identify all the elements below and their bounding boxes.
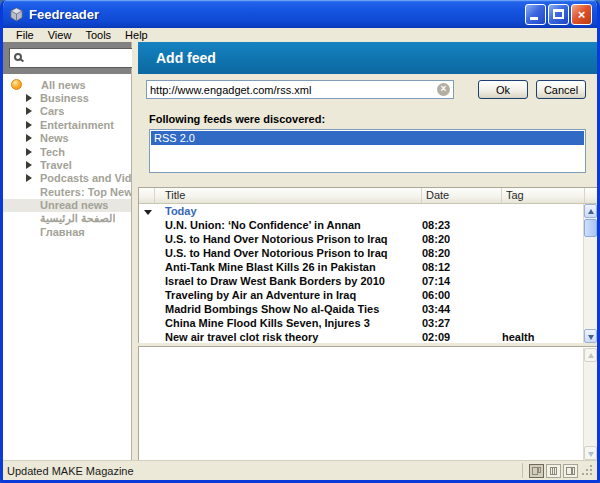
news-item-row[interactable]: New air travel clot risk theory 02:09 he… <box>139 330 597 343</box>
feed-tree-item[interactable]: Tech <box>3 145 131 158</box>
menu-item[interactable]: Tools <box>79 29 117 42</box>
news-item-row[interactable]: Israel to Draw West Bank Borders by 2010… <box>139 274 597 288</box>
arrow-down-icon <box>588 335 594 340</box>
ok-button[interactable]: Ok <box>478 80 528 99</box>
feed-url-input[interactable] <box>147 84 437 96</box>
news-item-title: Madrid Bombings Show No al-Qaida Ties <box>155 303 422 315</box>
expand-arrow-icon[interactable] <box>26 107 32 115</box>
preview-scroll-up-button[interactable] <box>584 348 597 362</box>
scroll-down-button[interactable] <box>584 329 597 343</box>
article-preview-pane <box>138 346 597 460</box>
sidebar: All news Business Cars <box>3 42 132 460</box>
group-row-today[interactable]: Today <box>139 204 597 218</box>
clear-input-icon[interactable]: × <box>437 83 450 96</box>
feed-tree-item-label: Travel <box>40 159 72 171</box>
feed-tree-item[interactable]: Travel <box>3 158 131 171</box>
scroll-up-button[interactable] <box>584 204 597 218</box>
preview-scroll-down-button[interactable] <box>584 446 597 460</box>
feed-tree-item[interactable]: Reuters: Top News <box>3 185 131 198</box>
page-title: Add feed <box>156 50 216 66</box>
news-item-tag: health <box>502 331 585 343</box>
feed-tree-item[interactable]: Unread news <box>3 199 131 212</box>
main-panel: Add feed × Ok Cancel Following feeds wer… <box>138 42 597 460</box>
view-columns-icon[interactable] <box>546 464 561 478</box>
expand-arrow-icon[interactable] <box>26 121 32 129</box>
view-combined-icon[interactable] <box>529 464 544 478</box>
minimize-button[interactable] <box>525 4 546 25</box>
menu-item[interactable]: View <box>42 29 78 42</box>
minimize-icon <box>530 17 538 20</box>
status-bar: Updated MAKE Magazine <box>3 460 597 480</box>
news-item-row[interactable]: Traveling by Air an Adventure in Iraq 06… <box>139 288 597 302</box>
expand-arrow-icon[interactable] <box>26 148 32 156</box>
resize-grip[interactable] <box>582 465 594 477</box>
feed-tree-item-label: Reuters: Top News <box>40 186 131 198</box>
news-item-date: 06:00 <box>422 289 502 301</box>
feed-tree-item-label: Podcasts and Videoc... <box>40 172 131 184</box>
page-title-bar: Add feed <box>138 42 597 74</box>
news-list-header: Title Date Tag <box>139 188 597 204</box>
feed-tree-item[interactable]: Cars <box>3 105 131 118</box>
view-newspaper-icon[interactable] <box>563 464 578 478</box>
feed-tree-item[interactable]: الصفحة الرئيسية <box>3 212 131 225</box>
feed-tree-item-label: All news <box>41 79 86 91</box>
arrow-up-icon <box>588 353 594 358</box>
feed-url-field-wrap: × <box>146 80 454 99</box>
all-news-feed-icon <box>11 79 22 90</box>
title-bar[interactable]: Feedreader × <box>3 0 597 28</box>
content-area: All news Business Cars <box>3 42 597 460</box>
collapse-group-icon[interactable] <box>144 210 152 215</box>
column-header-title[interactable]: Title <box>155 188 422 203</box>
feed-tree-item-label: الصفحة الرئيسية <box>40 212 115 225</box>
feed-tree-item-label: Tech <box>40 146 65 158</box>
maximize-button[interactable] <box>548 4 569 25</box>
news-item-title: U.N. Union: ‘No Confidence’ in Annan <box>155 219 422 231</box>
news-item-row[interactable]: China Mine Flood Kills Seven, Injures 3 … <box>139 316 597 330</box>
status-separator <box>522 463 523 478</box>
arrow-up-icon <box>588 209 594 214</box>
preview-scrollbar[interactable] <box>583 348 597 460</box>
menu-bar: File View Tools Help <box>3 28 597 42</box>
close-button[interactable]: × <box>571 4 592 25</box>
column-header-date[interactable]: Date <box>422 188 502 203</box>
feed-tree-item[interactable]: All news <box>3 78 131 91</box>
discovered-feed-item[interactable]: RSS 2.0 <box>151 131 584 145</box>
news-item-row[interactable]: Madrid Bombings Show No al-Qaida Ties 03… <box>139 302 597 316</box>
menu-item[interactable]: Help <box>119 29 154 42</box>
feed-tree-item[interactable]: Podcasts and Videoc... <box>3 172 131 185</box>
column-header-expand[interactable] <box>139 188 155 203</box>
column-header-tag[interactable]: Tag <box>502 188 585 203</box>
feed-tree-item[interactable]: News <box>3 132 131 145</box>
feed-tree-item[interactable]: Entertainment <box>3 118 131 131</box>
news-item-title: Traveling by Air an Adventure in Iraq <box>155 289 422 301</box>
search-icon <box>14 53 22 61</box>
news-item-row[interactable]: Anti-Tank Mine Blast Kills 26 in Pakista… <box>139 260 597 274</box>
news-item-date: 08:23 <box>422 219 502 231</box>
feed-tree-item[interactable]: Business <box>3 91 131 104</box>
menu-item[interactable]: File <box>10 29 40 42</box>
news-list-scrollbar[interactable] <box>583 204 597 343</box>
news-item-title: Anti-Tank Mine Blast Kills 26 in Pakista… <box>155 261 422 273</box>
news-item-date: 07:14 <box>422 275 502 287</box>
scrollbar-thumb[interactable] <box>584 219 597 237</box>
news-item-row[interactable]: U.S. to Hand Over Notorious Prison to Ir… <box>139 246 597 260</box>
close-icon: × <box>572 5 591 24</box>
expand-arrow-icon[interactable] <box>26 94 32 102</box>
feed-tree-item[interactable]: Главная <box>3 225 131 238</box>
group-label: Today <box>155 205 422 217</box>
news-item-row[interactable]: U.N. Union: ‘No Confidence’ in Annan 08:… <box>139 218 597 232</box>
expand-arrow-icon[interactable] <box>26 161 32 169</box>
cancel-button[interactable]: Cancel <box>536 80 586 99</box>
news-item-date: 08:20 <box>422 233 502 245</box>
discovered-feeds-label: Following feeds were discovered: <box>149 113 325 125</box>
news-item-title: Israel to Draw West Bank Borders by 2010 <box>155 275 422 287</box>
discovered-feeds-list: RSS 2.0 <box>149 129 586 173</box>
news-item-row[interactable]: U.S. to Hand Over Notorious Prison to Ir… <box>139 232 597 246</box>
expand-arrow-icon[interactable] <box>26 174 32 182</box>
feed-tree: All news Business Cars <box>3 74 131 239</box>
feed-tree-item-label: News <box>40 132 69 144</box>
expand-arrow-icon[interactable] <box>26 134 32 142</box>
sidebar-search-header <box>3 42 131 74</box>
column-header-filler <box>585 188 597 203</box>
maximize-icon <box>553 9 564 19</box>
